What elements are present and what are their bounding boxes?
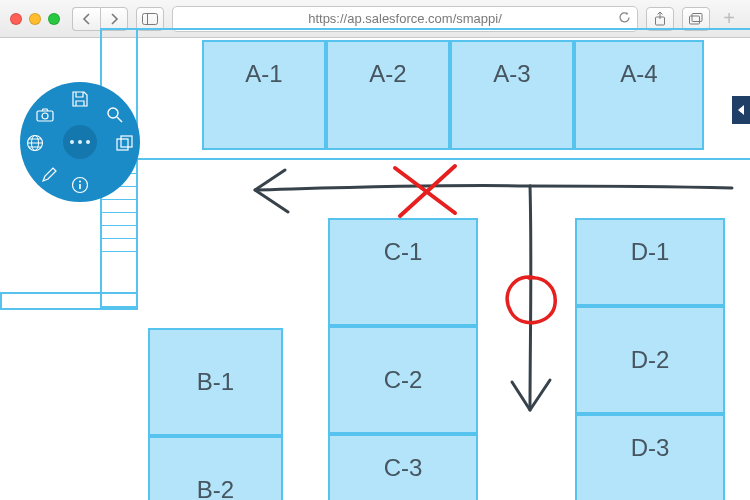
path-arrow — [530, 186, 732, 188]
svg-line-6 — [117, 117, 122, 122]
svg-rect-3 — [690, 16, 700, 24]
room-a2[interactable]: A-2 — [326, 40, 450, 150]
room-label: C-2 — [384, 366, 423, 394]
window-controls — [10, 13, 60, 25]
room-label: A-4 — [620, 60, 657, 88]
room-a4[interactable]: A-4 — [574, 40, 704, 150]
pen-icon[interactable] — [38, 164, 60, 186]
forward-button[interactable] — [100, 7, 128, 31]
path-arrow — [255, 185, 530, 190]
room-label: A-2 — [369, 60, 406, 88]
arrowhead-left-icon — [255, 170, 288, 212]
svg-rect-0 — [143, 13, 158, 24]
path-arrow — [530, 186, 531, 410]
room-label: B-2 — [197, 476, 234, 500]
radial-menu[interactable] — [20, 82, 140, 202]
svg-point-8 — [42, 113, 48, 119]
svg-point-5 — [108, 108, 118, 118]
corridor-outline-bottom — [0, 292, 138, 310]
room-b1[interactable]: B-1 — [148, 328, 283, 436]
arrowhead-down-icon — [512, 380, 550, 410]
tabs-button[interactable] — [682, 7, 710, 31]
sidebar-icon — [142, 13, 158, 25]
reload-button[interactable] — [618, 11, 631, 27]
grid-line — [102, 212, 136, 213]
sidebar-toggle-button[interactable] — [136, 7, 164, 31]
room-c3[interactable]: C-3 — [328, 434, 478, 500]
mark-circle-icon — [507, 277, 555, 323]
copy-icon[interactable] — [114, 132, 136, 154]
share-icon — [654, 12, 666, 26]
room-b2[interactable]: B-2 — [148, 436, 283, 500]
chevron-right-icon — [110, 13, 119, 25]
search-icon[interactable] — [104, 104, 126, 126]
room-a1[interactable]: A-1 — [202, 40, 326, 150]
mark-x-icon — [395, 166, 455, 216]
room-label: A-1 — [245, 60, 282, 88]
room-label: B-1 — [197, 368, 234, 396]
room-d1[interactable]: D-1 — [575, 218, 725, 306]
room-label: D-1 — [631, 238, 670, 266]
grid-line — [102, 251, 136, 252]
tabs-icon — [689, 13, 703, 25]
side-panel-toggle[interactable] — [732, 96, 750, 124]
url-text: https://ap.salesforce.com/smappi/ — [308, 11, 502, 26]
svg-point-17 — [79, 181, 81, 183]
room-label: D-3 — [631, 434, 670, 462]
room-d2[interactable]: D-2 — [575, 306, 725, 414]
room-label: C-3 — [384, 454, 423, 482]
save-icon[interactable] — [69, 88, 91, 110]
svg-rect-14 — [117, 139, 128, 150]
camera-icon[interactable] — [34, 104, 56, 126]
room-a3[interactable]: A-3 — [450, 40, 574, 150]
share-button[interactable] — [646, 7, 674, 31]
info-icon[interactable] — [69, 174, 91, 196]
room-c2[interactable]: C-2 — [328, 326, 478, 434]
close-window-button[interactable] — [10, 13, 22, 25]
radial-menu-toggle[interactable] — [63, 125, 97, 159]
room-label: D-2 — [631, 346, 670, 374]
maximize-window-button[interactable] — [48, 13, 60, 25]
reload-icon — [618, 11, 631, 24]
nav-buttons — [72, 7, 128, 31]
back-button[interactable] — [72, 7, 100, 31]
floorplan-canvas[interactable]: A-1 A-2 A-3 A-4 B-1 B-2 C-1 C-2 C-3 D-1 … — [0, 38, 750, 500]
grid-line — [102, 238, 136, 239]
room-label: C-1 — [384, 238, 423, 266]
minimize-window-button[interactable] — [29, 13, 41, 25]
grid-line — [102, 225, 136, 226]
triangle-left-icon — [737, 105, 745, 115]
room-label: A-3 — [493, 60, 530, 88]
new-tab-button[interactable]: + — [718, 7, 740, 30]
chevron-left-icon — [82, 13, 91, 25]
svg-rect-4 — [692, 13, 702, 21]
svg-rect-15 — [121, 136, 132, 147]
toolbar-right: + — [646, 7, 740, 31]
globe-icon[interactable] — [24, 132, 46, 154]
room-d3[interactable]: D-3 — [575, 414, 725, 500]
grid-line — [102, 199, 136, 200]
room-c1[interactable]: C-1 — [328, 218, 478, 326]
